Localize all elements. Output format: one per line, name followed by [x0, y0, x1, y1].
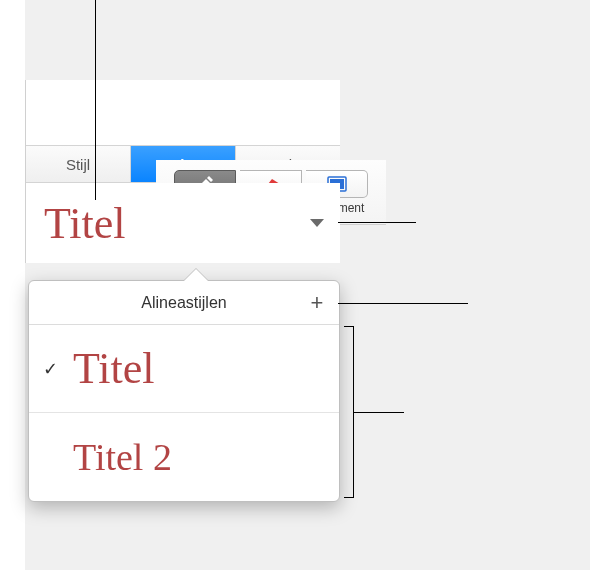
popover-header: Alineastijlen +	[29, 281, 339, 325]
callout-leader	[338, 222, 416, 223]
tab-style[interactable]: Stijl	[26, 146, 131, 182]
popover-title: Alineastijlen	[141, 294, 226, 312]
inspector-panel: Opmaak Animatie Document	[25, 80, 340, 263]
style-option-label: Titel 2	[73, 435, 172, 479]
callout-leader	[338, 303, 468, 304]
plus-icon: +	[311, 290, 324, 316]
paragraph-styles-popover: Alineastijlen + ✓ Titel Titel 2	[28, 280, 340, 502]
checkmark-icon: ✓	[43, 358, 58, 380]
style-option-titel[interactable]: ✓ Titel	[29, 325, 339, 413]
callout-leader	[95, 0, 96, 200]
callout-bracket	[344, 326, 354, 498]
add-style-button[interactable]: +	[305, 291, 329, 315]
callout-leader	[354, 412, 404, 413]
style-option-label: Titel	[73, 343, 155, 394]
chevron-down-icon	[310, 219, 324, 227]
style-option-titel-2[interactable]: Titel 2	[29, 413, 339, 501]
tab-style-label: Stijl	[66, 156, 90, 173]
current-style-name: Titel	[44, 198, 126, 249]
paragraph-style-selector[interactable]: Titel	[26, 183, 340, 263]
document-canvas-edge	[0, 0, 25, 570]
